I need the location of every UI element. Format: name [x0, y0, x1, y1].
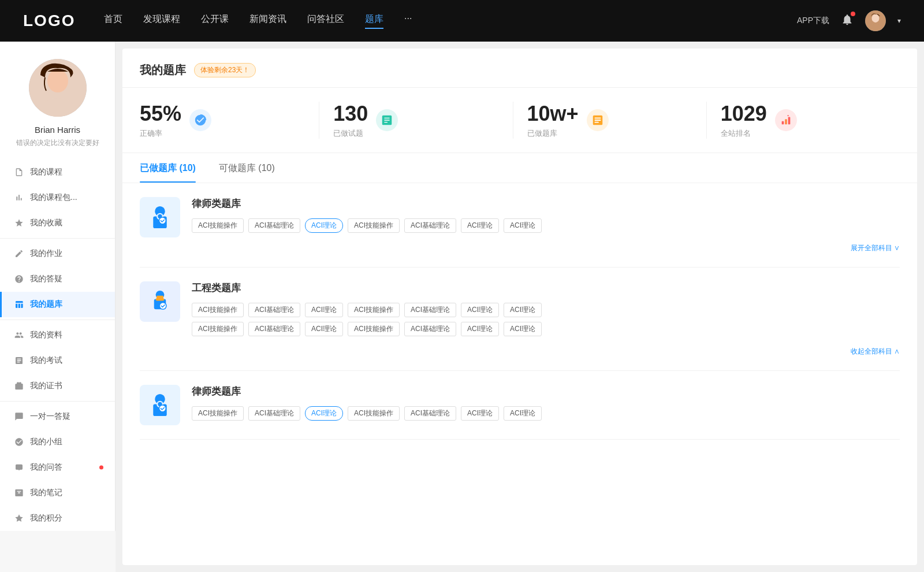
qbank-card-engineer: 工程类题库 ACI技能操作 ACI基础理论 ACI理论 ACI技能操作 ACI基… [140, 268, 900, 371]
tabs-row: 已做题库 (10) 可做题库 (10) [122, 153, 917, 183]
doc-icon [14, 355, 24, 366]
points-icon [14, 513, 24, 523]
page-header: 我的题库 体验剩余23天！ [122, 49, 917, 88]
qa-notification-dot [99, 466, 103, 470]
sidebar-item-label: 我的问答 [30, 462, 62, 473]
nav-right-area: APP下载 ▾ [797, 10, 901, 31]
qbank-tag[interactable]: ACI理论 [305, 303, 343, 317]
top-navigation: LOGO 首页 发现课程 公开课 新闻资讯 问答社区 题库 ··· APP下载 … [0, 0, 924, 42]
qbank-tag[interactable]: ACI理论 [461, 406, 499, 421]
stat-accuracy-label: 正确率 [140, 128, 181, 139]
qbank-tag[interactable]: ACI理论 [461, 218, 499, 233]
qbank-tag[interactable]: ACI技能操作 [192, 322, 244, 336]
svg-rect-12 [782, 121, 784, 125]
sidebar-item-question-bank[interactable]: 我的题库 [0, 292, 115, 317]
qbank-tag[interactable]: ACI基础理论 [404, 406, 456, 421]
qbank-tag[interactable]: ACI理论 [504, 406, 542, 421]
sidebar-item-label: 我的课程 [30, 167, 62, 177]
tab-available-banks[interactable]: 可做题库 (10) [219, 162, 275, 183]
qbank-tags-row1: ACI技能操作 ACI基础理论 ACI理论 ACI技能操作 ACI基础理论 AC… [192, 218, 900, 233]
sidebar-item-favorites[interactable]: 我的收藏 [0, 210, 115, 236]
nav-news[interactable]: 新闻资讯 [249, 13, 286, 29]
file-icon [14, 167, 24, 177]
nav-question-bank[interactable]: 题库 [365, 13, 383, 29]
nav-qa[interactable]: 问答社区 [307, 13, 344, 29]
qbank-tag[interactable]: ACI基础理论 [248, 322, 300, 336]
qbank-tag[interactable]: ACI技能操作 [192, 406, 244, 421]
sidebar-item-my-courses[interactable]: 我的课程 [0, 159, 115, 185]
sidebar-item-certificate[interactable]: 我的证书 [0, 373, 115, 399]
qbank-tag[interactable]: ACI基础理论 [248, 406, 300, 421]
nav-menu: 首页 发现课程 公开课 新闻资讯 问答社区 题库 ··· [104, 13, 774, 29]
qbank-card-lawyer-1: 律师类题库 ACI技能操作 ACI基础理论 ACI理论 ACI技能操作 ACI基… [140, 183, 900, 268]
sidebar-item-exam[interactable]: 我的考试 [0, 348, 115, 373]
bar-icon [14, 192, 24, 203]
nav-discover[interactable]: 发现课程 [143, 13, 180, 29]
svg-point-24 [159, 302, 166, 309]
sidebar-item-course-package[interactable]: 我的课程包... [0, 185, 115, 210]
group-icon [14, 437, 24, 447]
qbank-tag[interactable]: ACI技能操作 [348, 303, 400, 317]
qbank-tag[interactable]: ACI理论 [305, 322, 343, 336]
sidebar-item-notes[interactable]: 我的笔记 [0, 480, 115, 506]
notification-bell[interactable] [841, 13, 854, 28]
nav-home[interactable]: 首页 [104, 13, 122, 29]
qbank-title: 律师类题库 [192, 197, 900, 210]
app-download-button[interactable]: APP下载 [797, 16, 829, 26]
accuracy-icon [189, 109, 211, 131]
sidebar-item-my-qa[interactable]: 我的问答 [0, 455, 115, 480]
questions-icon [376, 109, 398, 131]
stat-ranking: 1029 全站排名 [707, 102, 900, 139]
stats-row: 55% 正确率 130 已做试题 [122, 88, 917, 153]
sidebar-item-points[interactable]: 我的积分 [0, 506, 115, 531]
svg-point-19 [159, 217, 166, 224]
nav-open-course[interactable]: 公开课 [201, 13, 229, 29]
qbank-tag[interactable]: ACI理论 [504, 218, 542, 233]
sidebar-item-label: 我的课程包... [30, 192, 77, 203]
notification-badge [851, 12, 855, 16]
qbank-tag[interactable]: ACI技能操作 [348, 322, 400, 336]
qbank-tag[interactable]: ACI基础理论 [248, 303, 300, 317]
sidebar-item-one-on-one[interactable]: 一对一答疑 [0, 404, 115, 429]
qbank-tag[interactable]: ACI基础理论 [404, 218, 456, 233]
qbank-tag[interactable]: ACI理论 [504, 303, 542, 317]
qbank-tag[interactable]: ACI理论 [461, 303, 499, 317]
tab-done-banks[interactable]: 已做题库 (10) [140, 162, 196, 183]
qbank-tag[interactable]: ACI基础理论 [404, 322, 456, 336]
expand-button-lawyer-1[interactable]: 展开全部科目 ∨ [851, 243, 900, 253]
qbank-tag[interactable]: ACI理论 [504, 322, 542, 336]
qbank-tag[interactable]: ACI理论 [461, 322, 499, 336]
banks-icon [587, 109, 609, 131]
qbank-tag-active[interactable]: ACI理论 [305, 406, 343, 421]
qbank-tag[interactable]: ACI技能操作 [192, 303, 244, 317]
sidebar-item-label: 我的考试 [30, 355, 62, 366]
avatar-dropdown-icon[interactable]: ▾ [897, 17, 901, 25]
sidebar-avatar [29, 59, 87, 117]
qbank-tag-active[interactable]: ACI理论 [305, 218, 343, 233]
sidebar-item-group[interactable]: 我的小组 [0, 429, 115, 455]
svg-rect-13 [785, 119, 787, 124]
stat-banks-done: 10w+ 已做题库 [513, 102, 707, 139]
sidebar-item-homework[interactable]: 我的作业 [0, 241, 115, 266]
qbank-tag[interactable]: ACI技能操作 [192, 218, 244, 233]
qbank-tag[interactable]: ACI技能操作 [348, 406, 400, 421]
sidebar-item-label: 我的题库 [30, 299, 62, 310]
sidebar-menu: 我的课程 我的课程包... 我的收藏 我的作业 我的答疑 我的题库 [0, 159, 116, 531]
collapse-button-engineer[interactable]: 收起全部科目 ∧ [851, 347, 900, 356]
qbank-tag[interactable]: ACI基础理论 [404, 303, 456, 317]
sidebar-item-profile[interactable]: 我的资料 [0, 322, 115, 348]
question-icon [14, 274, 24, 284]
user-avatar[interactable] [865, 10, 886, 31]
sidebar-item-label: 我的证书 [30, 381, 62, 391]
nav-more[interactable]: ··· [404, 13, 412, 29]
main-content-area: 我的题库 体验剩余23天！ 55% 正确率 130 [122, 49, 917, 565]
qbank-title: 律师类题库 [192, 385, 900, 398]
svg-rect-11 [594, 122, 598, 123]
svg-point-1 [872, 14, 880, 22]
qbank-info-lawyer-1: 律师类题库 ACI技能操作 ACI基础理论 ACI理论 ACI技能操作 ACI基… [192, 197, 900, 253]
qbank-icon-lawyer-2 [140, 385, 180, 425]
qbank-tag[interactable]: ACI技能操作 [348, 218, 400, 233]
sidebar-item-questions[interactable]: 我的答疑 [0, 266, 115, 292]
qbank-tag[interactable]: ACI基础理论 [248, 218, 300, 233]
qbank-tags-row1: ACI技能操作 ACI基础理论 ACI理论 ACI技能操作 ACI基础理论 AC… [192, 406, 900, 421]
